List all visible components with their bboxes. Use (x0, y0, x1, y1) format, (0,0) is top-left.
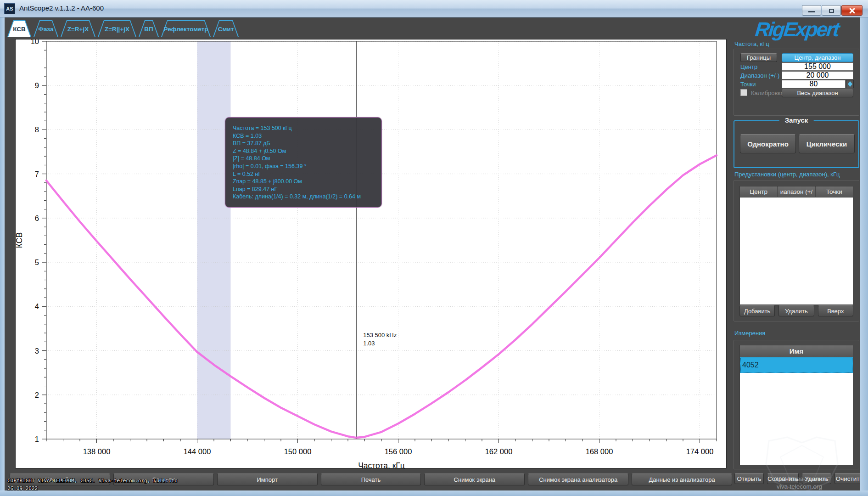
y-tick-label: 3 (35, 347, 39, 355)
app-icon: AS (4, 3, 15, 14)
points-label: Точки (740, 81, 756, 88)
presets-col-center[interactable]: Центр (740, 186, 778, 197)
measurements-section-label: Измерения (734, 330, 765, 337)
tooltip-line: КСВ = 1.03 (233, 132, 375, 140)
center-input[interactable] (782, 62, 853, 71)
maximize-button[interactable] (822, 5, 841, 16)
minimize-icon (808, 11, 815, 12)
y-tick-label: 10 (31, 39, 39, 45)
import-button[interactable]: Импорт (217, 473, 318, 485)
marker-swr-label: 1.03 (363, 340, 375, 347)
tab-smith[interactable]: Смит (213, 20, 239, 37)
antscope-window: AS AntScope2 v.1.1.2 - AA-600 КСВ Фаза Z… (0, 0, 868, 496)
tooltip-line: |Z| = 48.84 Ом (233, 155, 375, 163)
maximize-icon (829, 9, 834, 13)
measurement-row-selected[interactable]: 4052 (740, 357, 853, 373)
tab-vp[interactable]: ВП (139, 20, 159, 37)
y-tick-label: 9 (35, 81, 39, 90)
presets-col-range[interactable]: иапазон (+/ (778, 186, 815, 197)
x-axis-label: Частота, кГц (358, 461, 405, 469)
window-title: AntScope2 v.1.1.2 - AA-600 (19, 4, 104, 12)
print-button[interactable]: Печать (321, 473, 421, 485)
bounds-mode-button[interactable]: Границы (740, 53, 777, 62)
window-frame-right (860, 17, 868, 496)
run-cyclic-button[interactable]: Циклически (799, 134, 855, 153)
tooltip-line: ВП = 37.87 дБ (233, 140, 375, 147)
close-button[interactable] (841, 5, 862, 16)
y-tick-label: 6 (35, 214, 39, 222)
window-frame-bottom (0, 490, 868, 496)
range-input[interactable] (782, 71, 853, 79)
center-label: Центр (740, 63, 757, 70)
tooltip-line: Частота = 153 500 кГц (233, 124, 375, 132)
y-tick-label: 5 (35, 258, 39, 266)
tooltip-line: Кабель: длина(1/4) = 0.32 м, длина(1/2) … (233, 193, 375, 201)
marker-frequency-label: 153 500 kHz (363, 332, 397, 338)
frequency-section-label: Частота, кГц (734, 40, 769, 47)
analyzer-data-button[interactable]: Данные из анализатора (632, 473, 732, 485)
center-span-mode-button[interactable]: Центр, диапазон (782, 53, 853, 62)
y-tick-label: 7 (35, 170, 39, 178)
tab-phase[interactable]: Фаза (34, 20, 58, 37)
screenshot-button[interactable]: Снимок экрана (424, 473, 525, 485)
full-range-button[interactable]: Весь диапазон (782, 89, 853, 97)
minimize-button[interactable] (802, 5, 821, 16)
presets-section-label: Предустановки (центр, диапазон), кГц (734, 171, 840, 178)
swr-chart: 138 000144 000150 000156 000162 000168 0… (16, 39, 727, 469)
rigexpert-logo: RigExpert (733, 19, 862, 40)
x-tick-label: 156 000 (385, 447, 412, 456)
points-stepper[interactable] (846, 80, 854, 88)
preset-up-button[interactable]: Вверх (818, 305, 853, 316)
copyright-line1: COPYRIGHT VIVA-TELECOM, CJSC. Viva-telec… (7, 478, 178, 484)
range-label: Диапазон (+/-) (740, 72, 779, 79)
y-axis-label: КСВ (16, 232, 24, 248)
x-tick-label: 162 000 (485, 447, 513, 456)
tooltip-line: Z = 48.84 + j0.50 Ом (233, 147, 375, 155)
band-144-146 (197, 41, 231, 439)
tooltip-line: |rho| = 0.01, фаза = 156.39 ° (233, 163, 375, 170)
presets-col-points[interactable]: Точки (816, 186, 853, 197)
measurement-tooltip: Частота = 153 500 кГц КСВ = 1.03 ВП = 37… (225, 117, 382, 208)
x-tick-label: 144 000 (184, 447, 211, 456)
tooltip-line: Lпар = 829.47 нГ (233, 186, 375, 193)
y-tick-label: 1 (35, 435, 39, 443)
presets-group: Центр иапазон (+/ Точки Добавить Удалить… (734, 180, 859, 321)
tab-reflectometer[interactable]: Рефлектометр (161, 20, 211, 37)
watermark-site: viva-telecom.org (777, 483, 822, 490)
x-tick-label: 138 000 (83, 447, 111, 456)
calibration-label: Калибровка (751, 90, 784, 96)
x-tick-label: 150 000 (284, 447, 312, 456)
tab-z-series[interactable]: Z=R+jX (61, 20, 95, 37)
y-tick-label: 2 (35, 391, 39, 399)
preset-remove-button[interactable]: Удалить (778, 305, 814, 316)
frequency-settings-group: Границы Центр, диапазон Центр Диапазон (… (734, 49, 859, 116)
y-tick-label: 4 (35, 302, 39, 310)
x-tick-label: 174 000 (686, 447, 714, 456)
presets-table-body[interactable] (740, 197, 853, 304)
calibration-checkbox[interactable] (740, 89, 747, 96)
tooltip-line: Zпар = 48.85 + j800.00 Ом (233, 178, 375, 186)
points-input[interactable] (782, 80, 846, 88)
x-tick-label: 168 000 (586, 447, 613, 456)
title-bar[interactable]: AS AntScope2 v.1.1.2 - AA-600 (0, 0, 868, 17)
presets-table[interactable]: Центр иапазон (+/ Точки (739, 186, 853, 304)
tooltip-line: L = 0.52 нГ (233, 170, 375, 178)
watermark-company: ЗАО "Вива-Телеком" (775, 476, 830, 482)
stepper-down-icon[interactable] (848, 84, 852, 87)
swr-chart-panel: 138 000144 000150 000156 000162 000168 0… (15, 39, 727, 468)
window-frame-left (0, 17, 5, 496)
run-once-button[interactable]: Однократно (740, 134, 796, 153)
tab-ksv[interactable]: КСВ (7, 20, 31, 37)
preset-add-button[interactable]: Добавить (739, 305, 775, 316)
measurements-col-name[interactable]: Имя (740, 345, 853, 357)
y-tick-label: 8 (35, 125, 39, 134)
launch-group: Запуск Однократно Циклически (734, 120, 859, 168)
tab-z-parallel[interactable]: Z=R||+jX (98, 20, 136, 37)
launch-title: Запуск (779, 116, 814, 124)
chart-tabs: КСВ Фаза Z=R+jX Z=R||+jX ВП Рефлектометр… (7, 20, 239, 37)
analyzer-screenshot-button[interactable]: Снимок экрана анализатора (528, 473, 628, 485)
